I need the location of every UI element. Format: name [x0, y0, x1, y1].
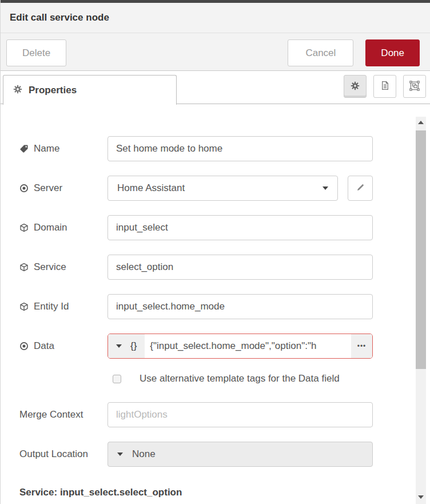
entity-id-label-group: Entity Id: [19, 301, 108, 312]
entity-id-input[interactable]: [108, 294, 373, 319]
entity-id-label: Entity Id: [34, 301, 69, 312]
arrow-down-icon: [418, 495, 424, 499]
service-label: Service: [34, 261, 66, 273]
name-label-group: Name: [19, 143, 108, 154]
output-location-label-group: Output Location: [19, 449, 108, 460]
domain-field: [108, 215, 373, 240]
data-label-group: Data: [19, 340, 108, 352]
arrow-up-icon: [418, 121, 424, 124]
caret-down-icon: [322, 186, 328, 190]
dialog-action-bar: Delete Cancel Done: [1, 33, 430, 71]
server-row: Server Home Assistant: [19, 176, 430, 201]
description-view-button[interactable]: [373, 75, 396, 98]
domain-input[interactable]: [108, 215, 373, 240]
document-icon: [380, 81, 390, 92]
server-label-group: Server: [19, 182, 108, 194]
server-select[interactable]: Home Assistant: [108, 176, 338, 201]
merge-context-label-group: Merge Context: [19, 409, 108, 420]
json-type-symbol: {}: [130, 340, 137, 352]
tab-properties[interactable]: Properties: [3, 75, 177, 105]
edit-call-service-dialog: Edit call service node Delete Cancel Don…: [0, 0, 430, 504]
scrollbar-down-button[interactable]: [416, 491, 426, 503]
cancel-button[interactable]: Cancel: [288, 39, 353, 66]
alt-template-row: Use alternative template tags for the Da…: [113, 373, 430, 384]
output-location-label: Output Location: [19, 449, 88, 460]
properties-form: Name Server Home Assistant: [1, 104, 430, 504]
service-field: [108, 255, 373, 280]
done-button[interactable]: Done: [365, 39, 420, 66]
cube-icon: [19, 223, 29, 232]
service-row: Service: [19, 255, 430, 280]
editor-toolbar: [344, 75, 426, 98]
cube-icon: [19, 263, 29, 272]
merge-context-label: Merge Context: [19, 409, 83, 420]
output-location-select[interactable]: None: [108, 442, 373, 467]
tab-bar: Properties: [1, 71, 430, 104]
data-type-selector[interactable]: {}: [108, 334, 145, 358]
domain-label: Domain: [34, 222, 67, 233]
name-field: [108, 136, 373, 161]
appearance-view-button[interactable]: [403, 75, 426, 98]
tab-properties-label: Properties: [29, 85, 77, 96]
merge-context-input[interactable]: [108, 402, 373, 427]
name-input[interactable]: [108, 136, 373, 161]
dialog-header: Edit call service node: [1, 3, 430, 33]
merge-context-row: Merge Context: [19, 402, 430, 427]
alt-template-checkbox[interactable]: [113, 375, 121, 383]
service-label-group: Service: [19, 261, 108, 273]
properties-view-button[interactable]: [344, 75, 367, 98]
tag-icon: [19, 144, 29, 153]
data-label: Data: [34, 340, 54, 352]
object-group-icon: [409, 81, 420, 93]
gear-icon: [13, 85, 22, 96]
server-select-value: Home Assistant: [117, 182, 185, 194]
data-field-group: {} •••: [108, 334, 373, 359]
scrollbar-up-button[interactable]: [416, 117, 426, 128]
scrollbar-thumb[interactable]: [416, 130, 426, 369]
server-field: Home Assistant: [108, 176, 373, 201]
pencil-icon: [356, 183, 365, 193]
dialog-title: Edit call service node: [10, 12, 109, 23]
name-row: Name: [19, 136, 430, 161]
data-input[interactable]: [145, 334, 351, 358]
delete-button[interactable]: Delete: [6, 39, 66, 66]
entity-id-row: Entity Id: [19, 294, 430, 319]
expand-editor-button[interactable]: •••: [351, 334, 372, 358]
name-label: Name: [34, 143, 59, 154]
data-typed-input: {} •••: [108, 334, 373, 359]
dot-circle-icon: [19, 342, 29, 351]
server-label: Server: [34, 182, 62, 194]
gear-icon: [351, 81, 360, 92]
service-summary: Service: input_select.select_option: [19, 487, 430, 498]
output-location-row: Output Location None: [19, 442, 430, 467]
entity-id-field: [108, 294, 373, 319]
action-buttons-right: Cancel Done: [288, 39, 420, 66]
alt-template-label: Use alternative template tags for the Da…: [140, 373, 340, 384]
caret-down-icon: [116, 344, 122, 348]
domain-row: Domain: [19, 215, 430, 240]
domain-label-group: Domain: [19, 222, 108, 233]
edit-server-button[interactable]: [348, 176, 373, 201]
output-location-field: None: [108, 442, 373, 467]
service-input[interactable]: [108, 255, 373, 280]
dot-circle-icon: [19, 184, 29, 193]
output-location-value: None: [132, 449, 156, 460]
cube-icon: [19, 302, 29, 311]
scrollbar[interactable]: [416, 117, 426, 504]
data-row: Data {} •••: [19, 334, 430, 359]
caret-down-icon: [117, 453, 123, 456]
merge-context-field: [108, 402, 373, 427]
